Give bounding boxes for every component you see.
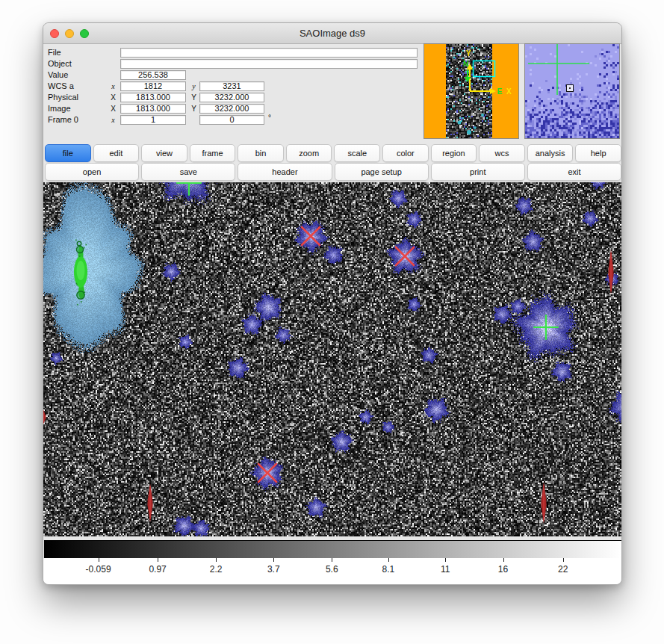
command-button-page-setup[interactable]: page setup [335,163,429,181]
frame-zoom-entry[interactable]: 1 [120,115,186,125]
object-entry[interactable] [120,59,418,69]
menu-button-bin[interactable]: bin [238,144,284,162]
traffic-lights [50,29,89,38]
menu-button-wcs[interactable]: wcs [479,144,525,162]
menu-button-color[interactable]: color [382,144,429,162]
colorbar-tick [388,558,389,562]
minimize-button[interactable] [65,29,74,38]
file-entry[interactable] [120,48,418,58]
titlebar[interactable]: SAOImage ds9 [43,23,621,44]
colorbar-scale-strip: -0.0590.972.23.75.68.1111622 [43,558,621,585]
object-label: Object [48,59,72,68]
command-button-exit[interactable]: exit [527,163,621,181]
desktop: { "window": { "title": "SAOImage ds9", "… [0,0,664,644]
menu-button-analysis[interactable]: analysis [527,144,574,162]
zoom-window-button[interactable] [80,29,89,38]
image-x-entry[interactable]: 1813.000 [120,104,186,114]
menu-button-region[interactable]: region [431,144,477,162]
wcs-x-label: x [108,82,118,90]
image-y-entry[interactable]: 3232.000 [199,104,264,114]
colorbar-tick [332,558,332,562]
wcs-y-entry[interactable]: 3231 [199,81,264,91]
magnifier-canvas [525,44,619,138]
menu-button-file[interactable]: file [45,144,91,162]
wcs-y-label: y [189,82,199,90]
window-title: SAOImage ds9 [43,23,621,43]
command-button-print[interactable]: print [431,163,525,181]
info-row-file: File [43,48,462,58]
info-row-object: Object [43,59,462,69]
colorbar-tick-label: -0.059 [86,564,111,575]
colorbar-tick [216,558,217,562]
menu-button-zoom[interactable]: zoom [286,144,332,162]
value-entry[interactable]: 256.538 [120,70,186,80]
main-image-canvas[interactable] [43,182,621,536]
colorbar-tick-label: 3.7 [267,564,280,575]
menu-button-scale[interactable]: scale [334,144,380,162]
command-button-open[interactable]: open [45,163,139,181]
command-button-save[interactable]: save [141,163,235,181]
command-button-header[interactable]: header [238,163,332,181]
physical-y-entry[interactable]: 3232.000 [199,93,264,102]
menu-button-edit[interactable]: edit [93,144,140,162]
frame-label: Frame 0 [48,115,78,124]
angle-degree-suffix: ° [268,114,271,122]
close-button[interactable] [50,29,59,38]
colorbar[interactable] [44,540,622,560]
physical-y-label: Y [189,93,199,102]
image-x-label: X [108,105,118,113]
colorbar-tick-label: 0.97 [149,564,166,575]
panner-panel [423,43,519,139]
info-row-physical: Physical X 1813.000 Y 3232.000 [43,93,462,103]
value-label: Value [48,70,68,79]
image-y-label: Y [189,105,199,113]
colorbar-tick-label: 11 [441,564,450,575]
colorbar-tick-label: 5.6 [326,564,338,575]
colorbar-tick-label: 2.2 [210,564,223,575]
info-row-wcs: WCS a x 1812 y 3231 [43,81,462,92]
wcs-x-entry[interactable]: 1812 [120,81,186,91]
colorbar-tick-label: 16 [498,564,508,575]
colorbar-tick-label: 8.1 [382,564,395,575]
panner-canvas[interactable] [424,44,518,138]
info-row-value: Value 256.538 [43,70,462,81]
info-row-frame: Frame 0 x 1 0 ° [43,115,462,126]
colorbar-tick [273,558,274,562]
colorbar-tick [445,558,446,562]
menu-button-view[interactable]: view [141,144,187,162]
colorbar-tick [99,558,99,562]
file-command-bar: opensaveheaderpage setupprintexit [45,163,621,181]
wcs-label: WCS a [48,81,74,90]
frame-angle-entry[interactable]: 0 [199,115,264,125]
frame-x-label: x [108,116,118,124]
image-label: Image [48,104,71,113]
info-row-image: Image X 1813.000 Y 3232.000 [43,104,462,114]
colorbar-tick [503,558,504,562]
colorbar-tick-label: 22 [558,564,568,575]
colorbar-tick [158,558,158,562]
physical-x-entry[interactable]: 1813.000 [120,93,186,102]
physical-x-label: X [108,93,118,102]
menu-button-help[interactable]: help [575,144,621,162]
physical-label: Physical [48,93,78,102]
menu-button-frame[interactable]: frame [190,144,236,162]
file-label: File [48,48,61,57]
colorbar-tick [563,558,564,562]
magnifier-panel [524,43,620,139]
menu-bar: fileeditviewframebinzoomscalecolorregion… [45,144,621,162]
ds9-window: SAOImage ds9 File Object Value 256.538 W… [43,22,622,585]
